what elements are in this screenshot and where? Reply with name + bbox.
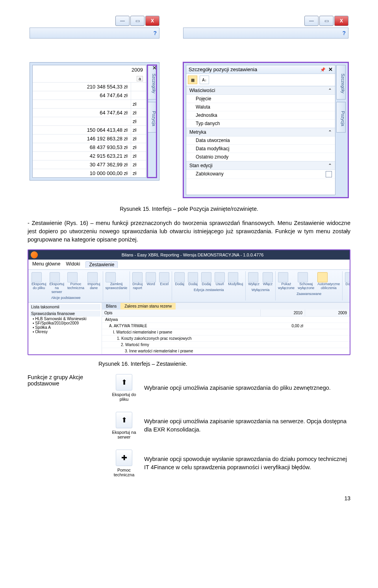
panel-close-icon[interactable]: ✕ xyxy=(152,65,157,71)
ribbon-group: Zamknijsprawozdanie xyxy=(103,271,130,300)
ribbon-button[interactable] xyxy=(263,272,273,282)
table-row: 64 747,64 zł xyxy=(33,91,146,100)
ribbon-group: WyłączWłączWyłączenia xyxy=(246,271,276,300)
function-item: ⬆Eksportuj na serwerWybranie opcji umożl… xyxy=(110,412,350,439)
close-icon[interactable]: ✕ xyxy=(328,66,333,72)
maximize-icon[interactable]: ▭ xyxy=(319,16,334,26)
tree-item[interactable]: ▪ SF/Spółka/2010/por2009 xyxy=(33,321,100,325)
function-description: Wybranie opcji umożliwia zapisanie spraw… xyxy=(144,417,350,433)
property-item[interactable]: Jednostka xyxy=(186,111,335,120)
ribbon-group: DodajPodczepPrzypis xyxy=(343,271,350,300)
ribbon-group: DrukujraportWordExcel xyxy=(130,271,172,300)
grid-tab-zakres[interactable]: Zakres zmian stanu rezerw xyxy=(120,303,176,310)
ribbon-button[interactable] xyxy=(345,272,350,282)
function-icon[interactable]: ⬆Eksportuj na serwer xyxy=(110,412,138,439)
help-icon[interactable]: ? xyxy=(342,30,346,36)
ribbon-button[interactable] xyxy=(106,272,116,282)
app-logo-icon[interactable] xyxy=(31,251,38,258)
ribbon-button[interactable] xyxy=(87,272,98,282)
function-description: Wybranie opcji spowoduje wysłanie sprawo… xyxy=(144,455,350,471)
ribbon-button[interactable] xyxy=(132,272,143,282)
minimize-icon[interactable]: — xyxy=(115,16,130,26)
close-icon[interactable]: X xyxy=(145,16,159,26)
ribbon-tabs: Menu główne Widoki Zestawienie xyxy=(28,260,350,269)
ribbon-button[interactable] xyxy=(67,272,78,282)
ribbon-button[interactable] xyxy=(317,272,328,282)
side-tab-szczegoly[interactable]: Szczegóły xyxy=(336,65,346,100)
ribbon-button[interactable] xyxy=(215,272,225,282)
properties-panel: Szczegóły pozycji zestawienia 📌 ✕ ▦ A↓ W… xyxy=(186,65,335,195)
grid-row[interactable]: 3. Inne wartości niematerialne i prawne xyxy=(102,348,350,354)
help-icon[interactable]: ? xyxy=(153,30,157,36)
ribbon-group: Eksportujdo plikuEksportujna serwerPomoc… xyxy=(29,271,103,300)
ribbon-button[interactable] xyxy=(32,272,42,282)
tab-zestawienie[interactable]: Zestawienie xyxy=(85,261,118,268)
paragraph: - Zestawienie (Rys. 16) – menu funkcji p… xyxy=(28,219,350,244)
table-row: 64 747,64 złzł xyxy=(33,108,146,117)
figure-caption-16: Rysunek 16. Interfejs – Zestawienie. xyxy=(98,361,350,367)
tree-item[interactable]: ▪ Okresy xyxy=(33,330,100,334)
grid-row[interactable]: I. Wartości niematerialne i prawne xyxy=(102,329,350,335)
ribbon-button[interactable] xyxy=(201,272,211,282)
property-item[interactable]: Waluta xyxy=(186,103,335,111)
function-item: ⬆Eksportuj do plikuWybranie opcji umożli… xyxy=(110,374,350,402)
pin-icon[interactable]: 📌 xyxy=(320,67,326,72)
side-tab-pozycja[interactable]: Pozycja xyxy=(336,102,346,133)
minimize-icon[interactable]: — xyxy=(304,16,319,26)
property-group[interactable]: Właściwości⌃ xyxy=(186,86,335,95)
property-item[interactable]: Pojęcie xyxy=(186,95,335,103)
property-item[interactable]: Data modyfikacj xyxy=(186,145,335,153)
grid-row[interactable]: Aktywa xyxy=(102,317,350,323)
property-group[interactable]: Stan edycji⌃ xyxy=(186,161,335,170)
ribbon-button[interactable] xyxy=(298,272,308,282)
property-group[interactable]: Metryka⌃ xyxy=(186,128,335,136)
screenshot-ribbon: Bilans - Easy XBRL Reporting - Wersja DE… xyxy=(28,249,350,355)
figure-caption-15: Rysunek 15. Interfejs – pole Pozycja zwi… xyxy=(28,206,350,212)
help-bar: ? xyxy=(183,28,348,39)
main-grid: Bilans Zakres zmian stanu rezerw Opis 20… xyxy=(102,303,350,354)
tree-item[interactable]: ▪ Spółka A xyxy=(33,325,100,330)
ribbon-button[interactable] xyxy=(278,272,288,282)
sort-icon[interactable]: A↓ xyxy=(200,76,209,84)
ribbon-button[interactable] xyxy=(50,272,60,282)
property-item[interactable]: Zablokowany xyxy=(186,170,335,179)
col-opis: Opis xyxy=(102,310,261,316)
grid-row[interactable]: 2. Wartość firmy xyxy=(102,342,350,348)
property-item[interactable]: Ostatnio zmody xyxy=(186,153,335,161)
side-tab-pozycja[interactable]: Pozycja xyxy=(147,102,157,133)
table-row: zł xyxy=(33,100,146,108)
data-table: 2009 a 210 348 554,33 zł64 747,64 złzł64… xyxy=(32,65,146,178)
screenshot-left: — ▭ X ? 2009 a 210 348 554,33 zł64 747,6… xyxy=(30,16,159,198)
ribbon-button[interactable] xyxy=(228,272,238,282)
ribbon-button[interactable] xyxy=(188,272,198,282)
grid-tab-bilans[interactable]: Bilans xyxy=(102,303,120,310)
maximize-icon[interactable]: ▭ xyxy=(130,16,145,26)
tree-item[interactable]: ▪ HLB Sarnowski & Wisniewski xyxy=(33,317,100,321)
categorized-icon[interactable]: ▦ xyxy=(188,76,197,84)
property-item[interactable]: Typ danych xyxy=(186,120,335,128)
func-group-header: Funkcje z grupy Akcje podstawowe xyxy=(28,374,98,487)
ribbon-button[interactable] xyxy=(146,272,156,282)
ribbon-group: PokażwyłączoneSchowajwyłączoneAutomatycz… xyxy=(276,271,343,300)
property-item[interactable]: Data utworzenia xyxy=(186,136,335,145)
grid-row[interactable]: 1. Koszty zakończonych prac rozwojowych xyxy=(102,335,350,342)
function-icon[interactable]: ✚Pomoc techniczna xyxy=(110,450,138,477)
table-row: 30 477 362,99 złzł xyxy=(33,160,146,169)
function-description: Wybranie opcji umożliwia zapisanie spraw… xyxy=(144,384,350,392)
side-taxonomy: Lista taksonomii Sprawozdania finansowe … xyxy=(28,303,102,354)
properties-title: Szczegóły pozycji zestawienia 📌 ✕ xyxy=(186,65,335,74)
help-bar: ? xyxy=(30,28,159,39)
table-row: 210 348 554,33 zł xyxy=(33,82,146,91)
column-header: 2009 xyxy=(33,65,146,74)
ribbon-button[interactable] xyxy=(159,272,169,282)
grid-row[interactable]: A. AKTYWA TRWAŁE0,00 zł xyxy=(102,323,350,329)
ribbon-button[interactable] xyxy=(248,272,258,282)
table-row: 146 192 863,28 złzł xyxy=(33,134,146,143)
tab-menu-glowne[interactable]: Menu główne xyxy=(32,261,60,268)
table-row: 150 064 413,48 złzł xyxy=(33,125,146,134)
checkbox[interactable] xyxy=(326,171,332,177)
tab-widoki[interactable]: Widoki xyxy=(66,261,80,268)
function-icon[interactable]: ⬆Eksportuj do pliku xyxy=(110,374,138,402)
ribbon-button[interactable] xyxy=(174,272,185,282)
close-icon[interactable]: X xyxy=(334,16,348,26)
